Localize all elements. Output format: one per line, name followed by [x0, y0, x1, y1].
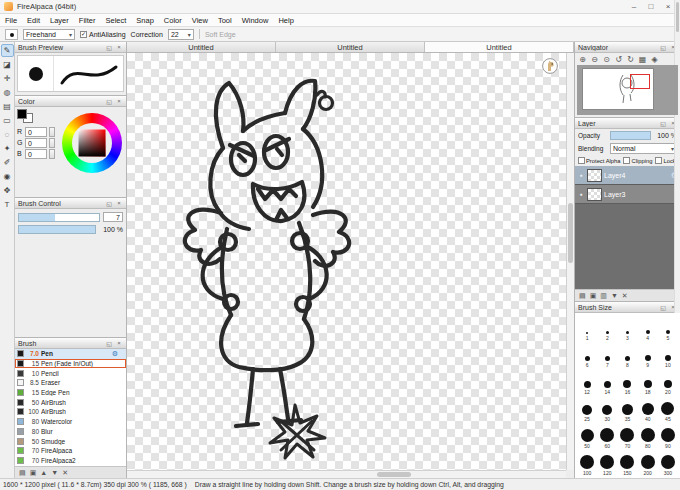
menu-window[interactable]: Window [237, 16, 274, 25]
brush-size-option[interactable]: 70 [617, 424, 637, 449]
fit-window-icon[interactable]: ◈ [649, 55, 660, 64]
panel-close-button[interactable]: × [115, 340, 123, 346]
brush-size-option[interactable]: 90 [658, 424, 678, 449]
blending-select[interactable]: Normal ▾ [610, 143, 677, 154]
saturation-value-square[interactable] [78, 130, 105, 157]
brush-move-up-icon[interactable]: ▲ [40, 469, 47, 476]
brush-list-item[interactable]: 15Pen (Fade In/Out) [15, 359, 126, 369]
menu-file[interactable]: File [0, 16, 22, 25]
zoom-out-icon[interactable]: ⊖ [589, 55, 600, 64]
merge-down-icon[interactable]: ▼ [611, 292, 618, 299]
menu-help[interactable]: Help [273, 16, 298, 25]
rotate-left-icon[interactable]: ↺ [613, 55, 624, 64]
layer-opacity-slider[interactable] [610, 131, 651, 140]
brush-size-option[interactable]: 7 [597, 343, 617, 368]
brush-size-option[interactable]: 30 [597, 397, 617, 422]
channel-spinner[interactable] [49, 149, 55, 159]
select-pen-tool-icon[interactable]: ✐ [1, 156, 14, 169]
brush-size-option[interactable]: 2 [597, 316, 617, 341]
menu-filter[interactable]: Filter [74, 16, 101, 25]
brush-size-option[interactable]: 8 [617, 343, 637, 368]
delete-layer-icon[interactable]: ✕ [622, 292, 628, 300]
add-folder-icon[interactable]: ▣ [590, 292, 597, 300]
brush-list-item[interactable]: 80Blur [15, 427, 126, 437]
fill-tool-icon[interactable]: ◍ [1, 86, 14, 99]
checkbox-protect-alpha[interactable]: Protect Alpha [578, 157, 620, 164]
brush-size-option[interactable]: 14 [597, 370, 617, 395]
panel-float-button[interactable]: ◱ [659, 120, 667, 127]
channel-spinner[interactable] [49, 127, 55, 137]
tab-untitled-2[interactable]: Untitled [425, 42, 574, 52]
magic-wand-tool-icon[interactable]: ✦ [1, 142, 14, 155]
brush-size-option[interactable]: 5 [658, 316, 678, 341]
channel-value-input[interactable]: 0 [25, 149, 47, 159]
reset-view-icon[interactable]: ▦ [637, 55, 648, 64]
brush-size-option[interactable]: 10 [658, 343, 678, 368]
brush-size-option[interactable]: 150 [617, 451, 637, 476]
brush-list-item[interactable]: 15Edge Pen [15, 388, 126, 398]
hand-tool-icon[interactable]: ✥ [1, 184, 14, 197]
brush-size-option[interactable]: 60 [597, 424, 617, 449]
add-layer-icon[interactable]: ▤ [579, 292, 586, 300]
brush-list-item[interactable]: 50AirBrush [15, 397, 126, 407]
brush-list-item[interactable]: 70FireAlpaca2 [15, 456, 126, 466]
panel-float-button[interactable]: ◱ [105, 200, 113, 207]
panel-close-button[interactable]: × [115, 200, 123, 206]
horizontal-scrollbar[interactable] [127, 470, 566, 478]
brush-size-option[interactable]: 4 [638, 316, 658, 341]
tab-untitled-1[interactable]: Untitled [276, 42, 425, 52]
brush-tool-icon[interactable]: ✎ [1, 44, 14, 57]
brush-size-option[interactable]: 6 [577, 343, 597, 368]
brush-size-option[interactable]: 9 [638, 343, 658, 368]
brush-size-option[interactable]: 100 [577, 451, 597, 476]
alpaca-mascot-icon[interactable] [542, 58, 558, 74]
layer-row[interactable]: ●Layer3 [575, 185, 680, 204]
maximize-button[interactable]: □ [643, 1, 659, 13]
scrollbar-thumb[interactable] [568, 203, 573, 263]
checkbox-lock[interactable]: Lock [655, 157, 675, 164]
navigator-titlebar[interactable]: Navigator ◱ × [575, 42, 680, 53]
rect-select-tool-icon[interactable]: ▭ [1, 114, 14, 127]
layer-visibility-toggle[interactable]: ● [577, 172, 585, 178]
rotate-right-icon[interactable]: ↻ [625, 55, 636, 64]
layer-visibility-toggle[interactable]: ● [577, 191, 585, 197]
brush-control-titlebar[interactable]: Brush Control ◱ × [15, 198, 126, 209]
menu-view[interactable]: View [187, 16, 213, 25]
brush-size-option[interactable]: 3 [617, 316, 637, 341]
lasso-tool-icon[interactable]: ◌ [1, 128, 14, 141]
panel-close-button[interactable]: × [115, 98, 123, 104]
menu-layer[interactable]: Layer [45, 16, 74, 25]
canvas-viewport[interactable] [127, 53, 574, 478]
channel-spinner[interactable] [49, 138, 55, 148]
brush-size-option[interactable]: 80 [638, 424, 658, 449]
brush-size-option[interactable]: 300 [658, 451, 678, 476]
brush-size-option[interactable]: 18 [638, 370, 658, 395]
panel-float-button[interactable]: ◱ [659, 44, 667, 51]
brush-preview-titlebar[interactable]: Brush Preview ◱ × [15, 42, 126, 53]
brush-size-value[interactable]: 7 [103, 212, 123, 222]
tab-untitled-0[interactable]: Untitled [127, 42, 276, 52]
channel-value-input[interactable]: 0 [25, 138, 47, 148]
brush-size-option[interactable]: 1 [577, 316, 597, 341]
brush-list-item[interactable]: 7.0Pen⚙ [15, 349, 126, 359]
channel-value-input[interactable]: 0 [25, 127, 47, 137]
brush-list-item[interactable]: 80Watercolor [15, 417, 126, 427]
brush-list-item[interactable]: 10Pencil [15, 368, 126, 378]
canvas-drawing[interactable] [127, 53, 574, 470]
navigator-view-rect[interactable] [630, 74, 650, 89]
brush-size-option[interactable]: 40 [638, 397, 658, 422]
brush-list-item[interactable]: 100AirBrush [15, 407, 126, 417]
panel-float-button[interactable]: ◱ [105, 44, 113, 51]
brush-size-option[interactable]: 12 [577, 370, 597, 395]
menu-color[interactable]: Color [159, 16, 187, 25]
brush-list-item[interactable]: 50Smudge [15, 436, 126, 446]
text-tool-icon[interactable]: T [1, 198, 14, 211]
brush-move-down-icon[interactable]: ▼ [51, 469, 58, 476]
eraser-tool-icon[interactable]: ◪ [1, 58, 14, 71]
add-brush-icon[interactable]: ▤ [19, 469, 26, 477]
eyedropper-tool-icon[interactable]: ◉ [1, 170, 14, 183]
brush-settings-icon[interactable]: ⚙ [112, 350, 118, 358]
brush-size-titlebar[interactable]: Brush Size ◱ × [575, 302, 680, 313]
brush-size-option[interactable]: 200 [638, 451, 658, 476]
color-swatch[interactable] [17, 109, 35, 124]
